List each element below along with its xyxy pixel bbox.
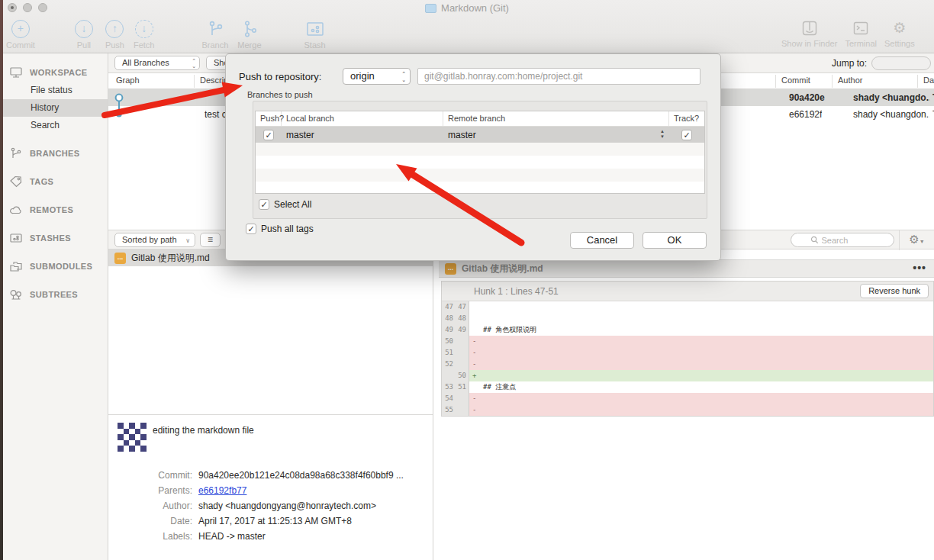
all-branches-select[interactable]: All Branches ⌃⌄ — [114, 56, 200, 70]
tag-icon — [9, 175, 23, 188]
sidebar-section-tags[interactable]: TAGS — [0, 172, 108, 191]
sidebar-section-remotes[interactable]: REMOTES — [0, 201, 108, 219]
commit-plus-icon: + — [11, 20, 30, 38]
window-title: Markdown (Git) — [0, 2, 934, 14]
commit-button[interactable]: + Commit — [6, 17, 35, 50]
gear-icon: ⚙ — [909, 233, 919, 246]
push-checkbox[interactable] — [263, 130, 274, 140]
push-dialog: Push to repository: origin ⌃⌄ git@gitlab… — [225, 53, 721, 261]
subtrees-icon — [9, 288, 23, 301]
column-commit[interactable]: Commit — [781, 76, 810, 85]
cloud-icon — [9, 204, 23, 216]
terminal-button[interactable]: Terminal — [845, 17, 877, 53]
diff-line-removed: 51- — [442, 347, 933, 359]
diff-line-removed: 54- — [442, 393, 933, 404]
window-edge — [0, 0, 3, 560]
column-author[interactable]: Author — [838, 76, 862, 85]
diff-line-added: 50+ — [442, 370, 933, 381]
track-checkbox[interactable] — [681, 130, 692, 140]
commit-details: editing the markdown file Commit:90a420e… — [108, 414, 433, 560]
author-avatar — [118, 423, 147, 452]
push-arrow-icon: ↑ — [105, 20, 124, 38]
diff-line: 4949## 角色权限说明 — [442, 324, 933, 336]
push-all-tags-checkbox[interactable]: Push all tags — [246, 223, 314, 234]
gear-icon: ⚙ — [893, 21, 906, 36]
stash-box-icon — [305, 20, 325, 38]
branch-button[interactable]: Branch — [201, 17, 228, 50]
branch-icon — [205, 20, 225, 38]
merge-button[interactable]: Merge — [237, 17, 261, 50]
jump-to-input[interactable] — [871, 56, 931, 70]
diff-line: 4848 — [442, 313, 933, 324]
chevron-down-icon: ∨ — [185, 234, 190, 247]
ok-button[interactable]: OK — [643, 232, 707, 249]
merge-icon — [240, 20, 259, 38]
pull-button[interactable]: ↓ Pull — [75, 17, 93, 50]
file-list-panel: Sorted by path∨ ≡ ... Gitlab 使用说明.md edi… — [108, 230, 433, 560]
sidebar: WORKSPACE File status History Search BRA… — [0, 53, 108, 560]
remote-branch-stepper[interactable]: ▲▼ — [660, 129, 665, 140]
repo-doc-icon — [425, 4, 436, 13]
stashes-icon — [9, 232, 23, 244]
diff-line-removed: 52- — [442, 359, 933, 370]
sidebar-section-workspace[interactable]: WORKSPACE — [0, 63, 108, 82]
stepper-icon: ⌃⌄ — [192, 58, 196, 69]
sidebar-item-file-status[interactable]: File status — [0, 82, 108, 99]
checkbox-icon — [259, 199, 269, 210]
sidebar-item-history[interactable]: History — [0, 99, 108, 117]
diff-line: 4747 — [442, 301, 933, 313]
stash-button[interactable]: Stash — [304, 17, 326, 50]
stepper-icon: ⌃⌄ — [401, 71, 406, 83]
file-actions-menu[interactable]: ••• — [913, 262, 926, 274]
branches-table-header: Push? Local branch Remote branch Track? — [256, 111, 704, 127]
sidebar-section-submodules[interactable]: SUBMODULES — [0, 257, 108, 275]
diff-options-button[interactable]: ⚙▼ — [899, 230, 934, 250]
push-button[interactable]: ↑ Push — [105, 17, 124, 50]
branches-table: Push? Local branch Remote branch Track? … — [255, 111, 705, 194]
commit-message: editing the markdown file — [153, 425, 254, 436]
sidebar-item-search[interactable]: Search — [0, 117, 108, 134]
diff-search-field[interactable] — [791, 233, 894, 247]
sidebar-section-stashes[interactable]: STASHES — [0, 229, 108, 247]
show-in-finder-button[interactable]: Show in Finder — [781, 17, 837, 53]
fetch-arrow-icon: ↓ — [135, 20, 153, 38]
select-all-checkbox[interactable]: Select All — [259, 198, 311, 210]
window-chrome: Markdown (Git) + Commit ↓ Pull ↑ Push ↓ … — [0, 0, 934, 53]
push-to-repository-label: Push to repository: — [239, 71, 321, 82]
branches-to-push-label: Branches to push — [247, 90, 313, 99]
hunk-title: Hunk 1 : Lines 47-51 — [474, 286, 559, 297]
toolbar-right: Show in Finder Terminal ⚙ Settings — [781, 17, 934, 53]
remote-url-field[interactable]: git@gitlab.honray.com:home/project.git — [417, 68, 700, 85]
hunk-header: Hunk 1 : Lines 47-51 Reverse hunk — [442, 282, 933, 301]
diff-file-header[interactable]: ... Gitlab 使用说明.md ••• — [439, 259, 934, 278]
hunk-container: Hunk 1 : Lines 47-51 Reverse hunk 4747 4… — [441, 281, 934, 417]
search-icon — [810, 236, 819, 244]
search-input[interactable] — [822, 236, 875, 245]
branch-row-master[interactable]: master master ▲▼ — [256, 127, 704, 143]
modified-file-icon: ... — [445, 263, 456, 275]
sidebar-section-subtrees[interactable]: SUBTREES — [0, 285, 108, 304]
parent-commit-link[interactable]: e66192fb77 — [198, 485, 429, 496]
jump-to-label: Jump to: — [832, 58, 867, 69]
checkbox-icon — [246, 224, 256, 234]
sidebar-section-branches[interactable]: BRANCHES — [0, 144, 108, 163]
workspace-monitor-icon — [9, 66, 23, 79]
fetch-button[interactable]: ↓ Fetch — [134, 17, 155, 50]
submodules-icon — [9, 260, 23, 272]
terminal-icon — [852, 21, 869, 36]
remote-select[interactable]: origin ⌃⌄ — [343, 68, 411, 85]
diff-line-removed: 50- — [442, 336, 933, 347]
column-date[interactable]: Date — [923, 76, 934, 85]
branches-icon — [9, 147, 23, 159]
reverse-hunk-button[interactable]: Reverse hunk — [860, 284, 929, 298]
pull-arrow-icon: ↓ — [75, 20, 93, 38]
list-view-button[interactable]: ≡ — [200, 233, 221, 247]
sourcetree-window: Markdown (Git) + Commit ↓ Pull ↑ Push ↓ … — [0, 0, 934, 560]
cancel-button[interactable]: Cancel — [570, 232, 634, 249]
chevron-down-icon: ▼ — [920, 239, 925, 244]
diff-line: 5351## 注意点 — [442, 381, 933, 393]
column-graph[interactable]: Graph — [116, 76, 140, 85]
modified-file-icon: ... — [114, 253, 126, 264]
sorted-by-path-select[interactable]: Sorted by path∨ — [114, 233, 195, 247]
settings-button[interactable]: ⚙ Settings — [884, 17, 915, 53]
